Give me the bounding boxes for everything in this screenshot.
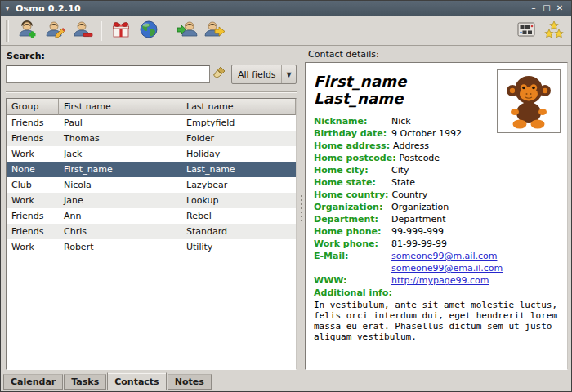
about-button[interactable] <box>540 19 568 43</box>
remove-contact-button[interactable] <box>69 19 96 43</box>
person-import-icon <box>177 19 198 43</box>
cell: Friends <box>7 131 59 146</box>
cell: Holiday <box>181 146 296 162</box>
toolbar-grip[interactable] <box>6 20 9 42</box>
close-button[interactable]: ✕ <box>553 2 566 15</box>
cell: Work <box>7 239 59 255</box>
field-label: Home country: <box>314 189 392 201</box>
field-label: Organization: <box>314 201 391 213</box>
window-title: Osmo 0.2.10 <box>16 3 527 14</box>
tab-notes[interactable]: Notes <box>168 374 212 390</box>
table-header: Group First name Last name <box>7 99 296 115</box>
cell: Emptyfield <box>181 115 296 131</box>
search-field-combo[interactable]: All fields ▼ <box>231 65 297 84</box>
detail-field-row: Organization:Organization <box>314 201 561 213</box>
column-header-first-name[interactable]: First name <box>59 99 181 115</box>
tab-contacts[interactable]: Contacts <box>107 372 166 390</box>
shade-window-icon[interactable]: ▾ <box>6 5 9 12</box>
cell: Folder <box>181 131 296 146</box>
column-header-group[interactable]: Group <box>7 99 59 115</box>
cell: Jane <box>59 193 181 208</box>
person-add-icon <box>16 19 38 43</box>
additional-info-text: In vestibulum, ante sit amet molestie lu… <box>314 300 561 342</box>
field-value: Country <box>392 189 428 201</box>
preferences-button[interactable] <box>512 19 540 43</box>
field-label: Birthday date: <box>314 127 391 140</box>
edit-contact-button[interactable] <box>41 19 69 43</box>
splitter-grip-icon <box>301 195 302 223</box>
contact-row[interactable]: FriendsChrisStandard <box>7 224 296 239</box>
details-caption: Contact details: <box>308 49 568 60</box>
field-value: Postcode <box>400 152 440 164</box>
contacts-table: Group First name Last name FriendsPaulEm… <box>6 98 297 370</box>
contact-link[interactable]: http://mypage99.com <box>391 274 489 287</box>
field-label: WWW: <box>314 274 391 287</box>
pane-splitter[interactable] <box>298 46 305 372</box>
toolbar-separator <box>168 21 168 41</box>
contact-row[interactable]: NoneFirst_nameLast_name <box>7 162 296 177</box>
cell: None <box>7 162 59 177</box>
chevron-down-icon: ▼ <box>281 65 296 83</box>
field-value: State <box>391 176 415 189</box>
search-input[interactable] <box>6 65 210 83</box>
field-label: Work phone: <box>314 238 391 250</box>
contact-details-pane: Contact details: <box>305 46 571 372</box>
show-location-button[interactable] <box>135 19 163 43</box>
contact-link[interactable]: someone99@ema.il.com <box>391 262 503 274</box>
additional-info-label: Additional info: <box>314 287 561 299</box>
brush-icon <box>212 65 227 83</box>
field-links: http://mypage99.com <box>391 274 489 287</box>
tab-calendar[interactable]: Calendar <box>3 374 63 390</box>
detail-field-row: Home country:Country <box>314 189 561 201</box>
detail-field-row: Birthday date:9 October 1992 <box>314 127 490 140</box>
export-contacts-button[interactable] <box>201 19 229 43</box>
import-contacts-button[interactable] <box>173 19 201 43</box>
person-edit-icon <box>44 19 65 43</box>
field-value: Address <box>393 140 429 152</box>
globe-icon <box>138 19 159 43</box>
stars-icon <box>543 19 565 43</box>
monkey-plush-image <box>498 70 559 133</box>
field-value: 9 October 1992 <box>391 127 462 140</box>
cell: Friends <box>7 115 59 131</box>
details-panel: First_name Last_name Nickname:NickBirthd… <box>305 62 568 370</box>
cell: Utility <box>181 239 296 255</box>
main-area: Search: All fields ▼ <box>1 46 571 372</box>
search-label: Search: <box>7 51 297 61</box>
cell: Thomas <box>59 131 181 146</box>
person-remove-icon <box>72 19 93 43</box>
maximize-button[interactable]: □ <box>540 2 553 15</box>
contact-row[interactable]: FriendsAnnRebel <box>7 208 296 224</box>
field-links: someone99@m.ail.comsomeone99@ema.il.com <box>391 250 503 274</box>
field-value: 99-999-999 <box>391 225 444 238</box>
cell: Rebel <box>181 208 296 224</box>
column-header-last-name[interactable]: Last name <box>181 99 296 115</box>
detail-field-row: Work phone:81-99-99-99 <box>314 238 561 250</box>
contact-link[interactable]: someone99@m.ail.com <box>391 250 503 262</box>
field-value: Nick <box>391 115 411 127</box>
cell: First_name <box>59 162 181 177</box>
add-contact-button[interactable] <box>13 19 41 43</box>
gift-icon <box>110 19 132 43</box>
contact-row[interactable]: WorkRobertUtility <box>7 239 296 255</box>
contact-row[interactable]: FriendsThomasFolder <box>7 131 296 146</box>
tab-tasks[interactable]: Tasks <box>64 374 106 390</box>
birthdays-button[interactable] <box>107 19 135 43</box>
field-label: E-Mail: <box>314 250 391 274</box>
contact-row[interactable]: ClubNicolaLazybear <box>7 177 296 193</box>
preferences-icon <box>516 19 537 43</box>
title-bar: ▾ Osmo 0.2.10 – □ ✕ <box>1 1 571 16</box>
contact-row[interactable]: FriendsPaulEmptyfield <box>7 115 296 131</box>
cell: Lookup <box>181 193 296 208</box>
detail-field-row: Nickname:Nick <box>314 115 490 127</box>
field-label: Home address: <box>314 140 393 152</box>
field-label: Home phone: <box>314 225 391 238</box>
tab-strip: CalendarTasksContactsNotes <box>1 372 571 391</box>
contact-row[interactable]: WorkJaneLookup <box>7 193 296 208</box>
clear-search-button[interactable] <box>210 65 230 84</box>
contact-row[interactable]: WorkJackHoliday <box>7 146 296 162</box>
minimize-button[interactable]: – <box>527 2 540 15</box>
field-label: Home city: <box>314 164 391 176</box>
detail-field-row: Home phone:99-999-999 <box>314 225 561 238</box>
cell: Jack <box>59 146 181 162</box>
